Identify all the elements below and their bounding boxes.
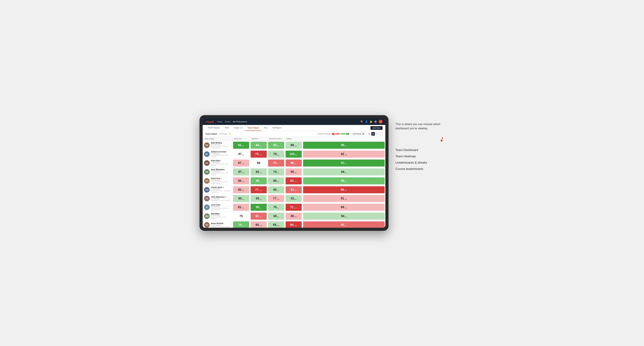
table-row[interactable]: ANAaron Nicholls11-15 HandicapDrift Golf… xyxy=(203,221,385,228)
around-green-cell: 85-3 xyxy=(285,168,302,176)
table-row[interactable]: JCJosh Coles1-5 HandicapRoyal North Devo… xyxy=(203,203,385,212)
col-header-player[interactable]: Player Quality ↓ xyxy=(203,137,232,141)
settings-icon[interactable]: ⚙️ xyxy=(374,120,377,123)
view-list-btn[interactable]: ≡ xyxy=(375,132,379,136)
score-value: 87 xyxy=(238,170,242,174)
tab-all-players[interactable]: All Players xyxy=(270,125,284,131)
player-handicap: Plus Handicap xyxy=(211,179,231,181)
around-green-cell: 88-1 xyxy=(285,141,302,150)
score-delta: 1 xyxy=(242,154,244,156)
user-avatar[interactable]: U xyxy=(379,120,382,124)
score-value: 85 xyxy=(341,223,344,227)
table-row[interactable]: ECEdward Crossman1-5 HandicapSunningdale… xyxy=(203,150,385,159)
arrow-down-icon xyxy=(243,190,244,191)
score-value: 85 xyxy=(273,144,277,147)
last-rounds-button[interactable]: Last Rounds: 20 xyxy=(351,132,366,135)
search-icon[interactable]: 🔍 xyxy=(360,120,363,123)
player-handicap: 6-10 Handicap xyxy=(211,215,231,216)
annotation-list: Team DashboardTeam HeatmapLeaderboards &… xyxy=(396,148,444,171)
score-value: 89 xyxy=(341,205,344,209)
putting-cell: 959 xyxy=(302,141,385,150)
player-name[interactable]: Edward Crossman xyxy=(211,151,231,153)
arrow-up-icon xyxy=(260,145,262,147)
around-green-cell: 86-6 xyxy=(285,159,302,168)
score-delta: -6 xyxy=(294,163,296,165)
player-quality-cell: 823 xyxy=(232,194,250,203)
score-value: 60 xyxy=(256,197,259,200)
table-row[interactable]: CRChris Robertson ✓1-5 HandicapCraigmill… xyxy=(203,194,385,203)
tab-tour[interactable]: Tour xyxy=(261,125,270,131)
player-cell-container: CRChris Robertson ✓1-5 HandicapCraigmill… xyxy=(203,194,232,203)
player-details: Matt Miller6-10 HandicapWoburn Golf Club… xyxy=(211,213,231,219)
view-heatmap-btn[interactable]: ▦ xyxy=(371,132,375,136)
col-header-off-tee[interactable]: Off the Tee → xyxy=(232,137,250,141)
arrow-up-icon xyxy=(243,198,244,200)
score-delta: -2 xyxy=(294,216,296,218)
player-club: Woburn Golf Club, United Kingdom xyxy=(211,216,231,219)
score-value: 58 xyxy=(273,214,277,218)
table-row[interactable]: BMBlair McHargPlus HandicapRoyal North D… xyxy=(203,141,385,150)
score-delta: -3 xyxy=(294,172,296,173)
arrow-down-icon xyxy=(346,190,347,191)
arrow-up-icon xyxy=(278,154,279,156)
tab-pgat-players[interactable]: PGAT Players xyxy=(206,125,222,131)
player-quality-cell: 93+4 xyxy=(232,141,250,150)
player-name[interactable]: Dave Billingham xyxy=(211,169,231,171)
player-name[interactable]: Blair McHarg xyxy=(211,142,231,144)
tab-hcaps[interactable]: Hcaps 1-5 xyxy=(231,125,245,131)
table-row[interactable]: DFDavid Ford ✓Plus HandicapRoyal North D… xyxy=(203,176,385,185)
color-bar xyxy=(335,133,346,134)
tab-pga[interactable]: PGA xyxy=(222,125,231,131)
off-tee-cell: 897 xyxy=(250,176,268,185)
off-tee-cell: 824 xyxy=(250,168,268,176)
arrow-down-icon xyxy=(296,163,297,165)
table-row[interactable]: DBDave Billingham1-5 HandicapGog Magog G… xyxy=(203,168,385,176)
tab-team-clippd[interactable]: Team Clippd xyxy=(245,125,261,131)
player-quality-cell: 87-3 xyxy=(232,159,250,168)
bell-icon[interactable]: 🔔 xyxy=(370,120,372,123)
nav-home[interactable]: Home xyxy=(217,120,222,123)
score-delta: -11 xyxy=(259,154,262,156)
putting-cell: 963 xyxy=(302,176,385,185)
table-row[interactable]: CQCharlie Quick ✓6-10 HandicapSt. George… xyxy=(203,185,385,194)
table-row[interactable]: MMMatt Miller6-10 HandicapWoburn Golf Cl… xyxy=(203,212,385,221)
nav-my-performance[interactable]: My Performance xyxy=(233,120,247,123)
nav-bar: clippd Home Teams My Performance 🔍 👤 🔔 ⚙… xyxy=(203,118,385,125)
view-download-btn[interactable]: ↓ xyxy=(379,132,382,136)
arrow-up-icon xyxy=(278,172,279,173)
arrow-up-icon xyxy=(346,181,347,182)
player-details: Josh Coles1-5 HandicapRoyal North Devon … xyxy=(211,204,231,211)
add-team-button[interactable]: Add Team xyxy=(370,126,382,130)
nav-teams[interactable]: Teams xyxy=(225,120,230,123)
edit-icon[interactable]: ✏️ xyxy=(229,133,231,135)
toolbar-row: Team Clippd | 14 Players ✏️ 20 Round Cha… xyxy=(203,131,385,137)
player-name[interactable]: Aaron Nicholls xyxy=(211,222,230,224)
player-name[interactable]: Elliot Ebert xyxy=(211,160,231,162)
player-club: Gog Magog Golf Club, United Kingdom xyxy=(211,172,231,175)
score-value: 86 xyxy=(341,188,344,191)
avatar: EE xyxy=(204,160,210,166)
person-icon[interactable]: 👤 xyxy=(365,120,368,123)
arrow-down-icon xyxy=(346,207,347,209)
score-delta: -3 xyxy=(242,207,244,209)
player-name[interactable]: Chris Robertson ✓ xyxy=(211,196,230,198)
arrow-up-icon xyxy=(243,145,244,147)
player-name[interactable]: Josh Coles xyxy=(211,204,231,206)
approach-cell: 75-3 xyxy=(268,159,285,168)
player-name[interactable]: Charlie Quick ✓ xyxy=(211,186,231,188)
around-green-cell: 71-11 xyxy=(285,203,302,212)
col-header-putting[interactable]: Putting → xyxy=(285,137,302,141)
view-grid-btn[interactable]: ⊞ xyxy=(368,132,371,136)
arrow-down-icon xyxy=(260,225,262,226)
putting-cell: 943 xyxy=(302,212,385,221)
player-name[interactable]: David Ford ✓ xyxy=(211,177,231,179)
player-handicap: 1-5 Handicap xyxy=(211,153,231,154)
score-delta: -1 xyxy=(259,225,262,226)
col-header-around-green[interactable]: Around the Green → xyxy=(268,137,285,141)
annotation-item: Leaderboards & streaks xyxy=(396,161,444,165)
player-quality-cell: 874 xyxy=(232,168,250,176)
player-name[interactable]: Matt Miller xyxy=(211,213,231,215)
table-row[interactable]: EEElliot Ebert1-5 HandicapSunningdale Go… xyxy=(203,159,385,168)
score-value: 73 xyxy=(255,152,258,156)
col-header-approach[interactable]: Approach → xyxy=(250,137,268,141)
